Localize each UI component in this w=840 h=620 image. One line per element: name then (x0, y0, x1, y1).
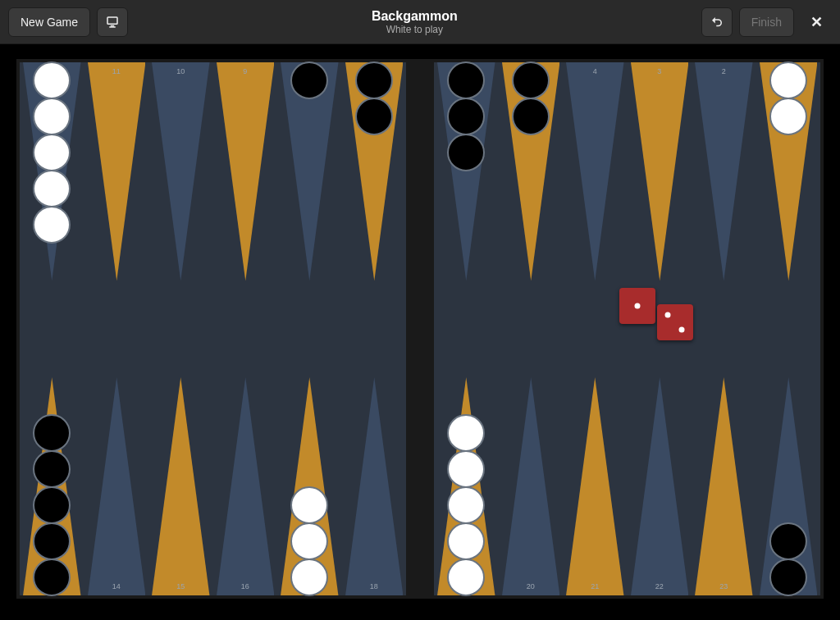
svg-marker-5 (152, 62, 210, 281)
die-1[interactable] (619, 288, 655, 324)
black-checker[interactable] (33, 414, 71, 452)
triangle (152, 377, 210, 596)
white-checker[interactable] (290, 558, 328, 596)
new-game-button[interactable]: New Game (8, 7, 90, 37)
triangle (217, 62, 275, 281)
close-button[interactable]: ✕ (801, 7, 832, 37)
black-checker[interactable] (33, 486, 71, 524)
black-checker[interactable] (447, 98, 485, 135)
checker-stack (434, 62, 499, 171)
pip-number: 16 (213, 582, 278, 590)
triangle (345, 377, 404, 596)
black-checker[interactable] (33, 522, 71, 560)
computer-icon (105, 15, 120, 30)
black-checker[interactable] (769, 522, 807, 560)
undo-button[interactable] (701, 7, 733, 37)
svg-marker-24 (631, 377, 689, 596)
point-23[interactable]: 23 (692, 329, 756, 595)
checker-stack (20, 415, 84, 595)
triangle (566, 62, 624, 281)
point-20[interactable]: 20 (499, 329, 564, 595)
window-title: Backgammon (135, 9, 695, 24)
white-checker[interactable] (447, 450, 485, 488)
die-pip (634, 303, 640, 309)
white-checker[interactable] (290, 522, 328, 560)
black-checker[interactable] (447, 62, 485, 99)
pip-number: 11 (84, 67, 149, 75)
point-22[interactable]: 22 (628, 329, 692, 595)
checker-stack (277, 62, 342, 98)
point-21[interactable]: 21 (563, 329, 628, 595)
point-14[interactable]: 14 (84, 329, 149, 595)
point-6[interactable]: 6 (434, 62, 499, 329)
black-checker[interactable] (355, 62, 393, 99)
white-checker[interactable] (769, 98, 807, 135)
checker-stack (756, 62, 821, 134)
white-checker[interactable] (33, 170, 71, 207)
triangle (217, 377, 275, 596)
white-checker[interactable] (33, 62, 71, 99)
white-checker[interactable] (447, 414, 485, 452)
die-2[interactable] (657, 304, 693, 340)
point-16[interactable]: 16 (213, 329, 278, 595)
point-12[interactable]: 12 (20, 62, 84, 329)
point-2[interactable]: 2 (692, 62, 756, 329)
header-right: Finish ✕ (701, 7, 832, 37)
white-checker[interactable] (33, 206, 71, 244)
white-checker[interactable] (33, 98, 71, 135)
pip-number: 20 (499, 582, 564, 590)
pip-number: 23 (692, 582, 756, 590)
point-8[interactable]: 8 (277, 62, 342, 329)
point-7[interactable]: 7 (342, 62, 407, 329)
pip-number: 14 (84, 582, 149, 590)
white-checker[interactable] (447, 522, 485, 560)
point-24[interactable]: 24 (756, 329, 821, 595)
checker-stack (277, 487, 342, 595)
pip-number: 21 (563, 582, 628, 590)
black-checker[interactable] (769, 558, 807, 596)
point-11[interactable]: 11 (84, 62, 149, 329)
white-checker[interactable] (447, 558, 485, 596)
pip-number: 4 (563, 67, 628, 75)
close-icon: ✕ (810, 13, 823, 31)
triangle (152, 62, 210, 281)
point-17[interactable]: 17 (277, 329, 342, 595)
black-checker[interactable] (290, 62, 328, 99)
checker-stack (20, 62, 84, 243)
computer-player-button[interactable] (97, 7, 128, 37)
dice-area[interactable] (619, 288, 693, 340)
point-1[interactable]: 1 (756, 62, 821, 329)
black-checker[interactable] (447, 134, 485, 171)
finish-button[interactable]: Finish (739, 7, 794, 37)
svg-marker-17 (566, 62, 624, 281)
point-15[interactable]: 15 (148, 329, 213, 595)
pip-number: 18 (342, 582, 407, 590)
black-checker[interactable] (512, 62, 550, 99)
triangle (88, 62, 146, 281)
point-10[interactable]: 10 (148, 62, 213, 329)
white-checker[interactable] (447, 486, 485, 524)
point-4[interactable]: 4 (563, 62, 628, 329)
white-checker[interactable] (33, 134, 71, 171)
point-19[interactable]: 19 (434, 329, 499, 595)
black-checker[interactable] (33, 450, 71, 488)
undo-icon (710, 15, 724, 30)
board-container: 121110987 131415161718 654321 1920212223… (0, 44, 840, 620)
svg-marker-12 (217, 377, 275, 596)
black-checker[interactable] (33, 558, 71, 596)
board-left-half: 121110987 131415161718 (20, 62, 406, 595)
point-5[interactable]: 5 (499, 62, 564, 329)
svg-marker-10 (88, 377, 146, 596)
white-checker[interactable] (290, 486, 328, 524)
white-checker[interactable] (769, 62, 807, 99)
point-18[interactable]: 18 (342, 329, 407, 595)
black-checker[interactable] (512, 98, 550, 135)
point-9[interactable]: 9 (213, 62, 278, 329)
svg-rect-0 (107, 17, 117, 24)
outer-board-top-left: 121110987 (20, 62, 406, 329)
die-pip (679, 326, 685, 332)
board-bar[interactable] (406, 62, 434, 595)
point-13[interactable]: 13 (20, 329, 84, 595)
pip-number: 22 (628, 582, 692, 590)
black-checker[interactable] (355, 98, 393, 135)
